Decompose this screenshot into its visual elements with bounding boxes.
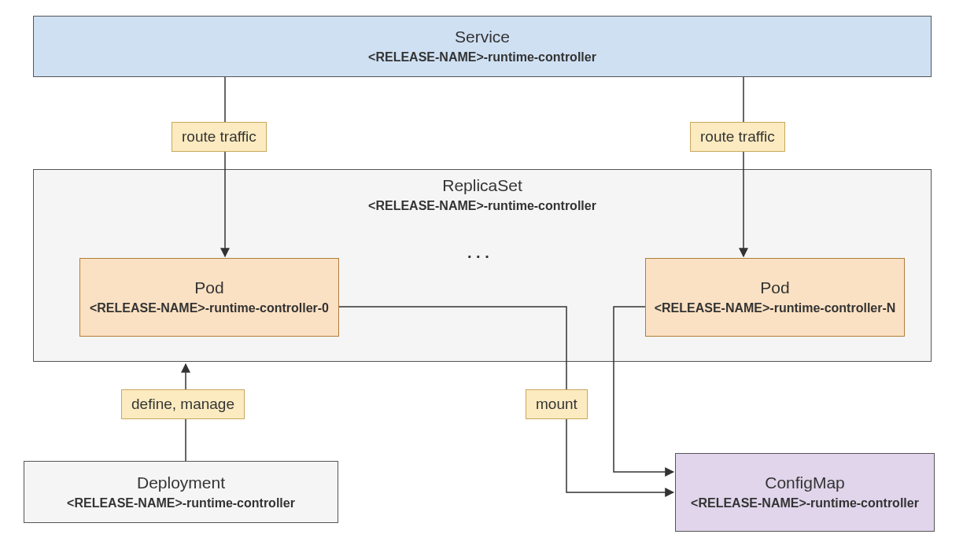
label-define-manage: define, manage	[121, 389, 245, 419]
service-box: Service <RELEASE-NAME>-runtime-controlle…	[33, 16, 932, 77]
configmap-subtitle: <RELEASE-NAME>-runtime-controller	[691, 496, 919, 511]
deployment-title: Deployment	[137, 473, 225, 492]
pod-0-title: Pod	[194, 278, 223, 297]
service-subtitle: <RELEASE-NAME>-runtime-controller	[368, 50, 596, 65]
pod-n-title: Pod	[760, 278, 789, 297]
service-title: Service	[455, 28, 510, 46]
label-mount: mount	[526, 389, 588, 419]
configmap-title: ConfigMap	[765, 473, 845, 492]
configmap-box: ConfigMap <RELEASE-NAME>-runtime-control…	[675, 453, 935, 532]
replicaset-subtitle: <RELEASE-NAME>-runtime-controller	[368, 198, 596, 214]
deployment-subtitle: <RELEASE-NAME>-runtime-controller	[67, 496, 295, 511]
pod-n-subtitle: <RELEASE-NAME>-runtime-controller-N	[655, 300, 896, 316]
deployment-box: Deployment <RELEASE-NAME>-runtime-contro…	[24, 461, 338, 523]
pod-0-box: Pod <RELEASE-NAME>-runtime-controller-0	[79, 258, 339, 337]
replicaset-title: ReplicaSet	[442, 176, 522, 195]
label-route-traffic-right: route traffic	[690, 122, 785, 152]
label-route-traffic-left: route traffic	[172, 122, 267, 152]
pod-n-box: Pod <RELEASE-NAME>-runtime-controller-N	[645, 258, 905, 337]
pod-0-subtitle: <RELEASE-NAME>-runtime-controller-0	[90, 300, 329, 316]
ellipsis: . . .	[467, 244, 489, 262]
